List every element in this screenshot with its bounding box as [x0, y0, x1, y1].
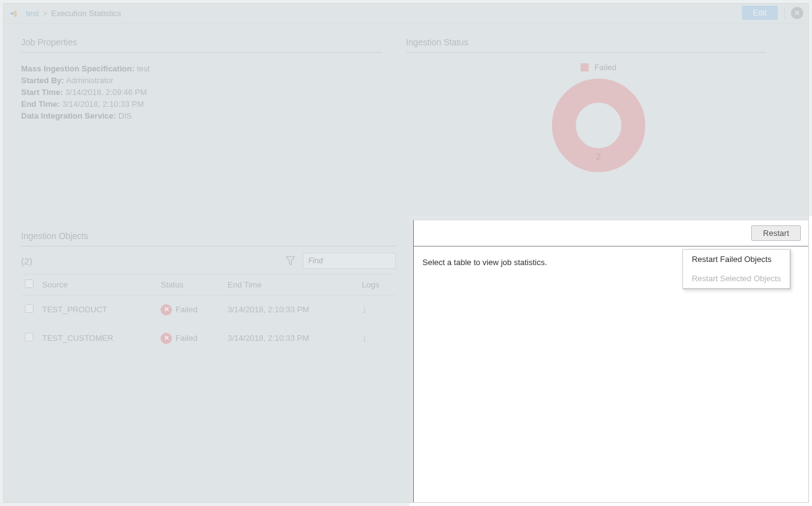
job-properties-panel: Job Properties Mass Ingestion Specificat… [21, 37, 406, 202]
download-log-icon[interactable]: ↓ [362, 303, 367, 315]
objects-toolbar: (2) [21, 253, 396, 269]
prop-end-time: End Time: 3/14/2018, 2:10:33 PM [21, 98, 406, 110]
legend-failed: Failed [406, 63, 792, 72]
ingestion-status-panel: Ingestion Status Failed 2 [406, 37, 792, 202]
restart-dropdown: Restart Failed Objects Restart Selected … [682, 249, 791, 289]
legend-failed-label: Failed [594, 63, 616, 72]
row-checkbox[interactable] [25, 304, 33, 313]
row-checkbox[interactable] [25, 333, 33, 341]
close-icon[interactable]: ✕ [791, 7, 803, 19]
find-input[interactable] [303, 253, 396, 269]
top-right-controls: Edit ✕ [742, 6, 803, 20]
ingestion-status-title: Ingestion Status [406, 37, 767, 53]
dropdown-restart-selected: Restart Selected Objects [683, 269, 790, 288]
donut-chart: 2 [549, 76, 648, 175]
prop-started-by: Started By: Administrator [21, 75, 406, 86]
col-source[interactable]: Source [38, 274, 157, 296]
svg-rect-1 [14, 13, 17, 14]
prop-end-time-value: 3/14/2018, 2:10:33 PM [62, 99, 144, 109]
status-badge: ✕ Failed [161, 304, 220, 315]
breadcrumb: test > Execution Statistics [10, 9, 121, 19]
objects-count: (2) [21, 256, 32, 266]
ingestion-objects-panel: Ingestion Objects (2) [4, 220, 413, 502]
prop-dis-label: Data Integration Service: [21, 111, 116, 120]
legend-swatch-icon [581, 63, 589, 71]
objects-table: Source Status End Time Logs TEST_PRODUCT [21, 274, 396, 353]
prop-spec-label: Mass Ingestion Specification: [21, 64, 135, 73]
donut-count: 2 [549, 151, 648, 161]
prop-start-time: Start Time: 3/14/2018, 2:09:46 PM [21, 86, 406, 98]
svg-point-3 [564, 91, 633, 160]
table-row[interactable]: TEST_CUSTOMER ✕ Failed 3/14/2018, 2:10:3… [21, 324, 396, 353]
download-log-icon[interactable]: ↓ [362, 332, 367, 344]
prop-end-time-label: End Time: [21, 99, 60, 109]
svg-rect-2 [14, 15, 17, 16]
top-separator [784, 6, 785, 20]
page-root: test > Execution Statistics Edit ✕ Job P… [3, 3, 809, 503]
cell-status: Failed [176, 333, 197, 343]
col-status[interactable]: Status [157, 274, 224, 296]
select-all-checkbox[interactable] [25, 279, 33, 288]
cell-source: TEST_CUSTOMER [38, 324, 157, 353]
filter-group [284, 253, 396, 269]
cell-end-time: 3/14/2018, 2:10:33 PM [224, 324, 359, 353]
ingestion-objects-title: Ingestion Objects [21, 231, 396, 246]
restart-button[interactable]: Restart [751, 225, 801, 241]
table-row[interactable]: TEST_PRODUCT ✕ Failed 3/14/2018, 2:10:33… [21, 296, 396, 324]
prop-start-time-value: 3/14/2018, 2:09:46 PM [65, 88, 147, 97]
summary-panels: Job Properties Mass Ingestion Specificat… [4, 24, 808, 216]
col-end-time[interactable]: End Time [224, 274, 359, 296]
top-bar: test > Execution Statistics Edit ✕ [4, 4, 808, 24]
status-badge: ✕ Failed [161, 333, 220, 344]
prop-started-by-label: Started By: [21, 76, 64, 85]
dropdown-restart-failed[interactable]: Restart Failed Objects [683, 250, 790, 269]
breadcrumb-link-test[interactable]: test [26, 9, 39, 18]
prop-started-by-value: Administrator [66, 76, 114, 85]
restart-toolbar: Restart [414, 220, 808, 246]
prop-start-time-label: Start Time: [21, 88, 63, 97]
fail-icon: ✕ [161, 333, 172, 344]
svg-rect-0 [14, 11, 17, 12]
edit-button[interactable]: Edit [742, 6, 778, 20]
prop-spec-value: test [136, 64, 149, 73]
prop-spec: Mass Ingestion Specification: test [21, 63, 406, 75]
breadcrumb-current: Execution Statistics [51, 9, 122, 18]
filter-icon[interactable] [284, 255, 297, 267]
prop-dis-value: DIS [118, 111, 132, 120]
col-logs[interactable]: Logs [358, 274, 396, 296]
cell-end-time: 3/14/2018, 2:10:33 PM [224, 296, 359, 324]
breadcrumb-separator: > [43, 9, 48, 18]
detail-panel: Restart Select a table to view job stati… [413, 220, 808, 502]
fail-icon: ✕ [161, 304, 172, 315]
lower-split: Ingestion Objects (2) [4, 220, 808, 502]
job-properties-title: Job Properties [21, 37, 381, 53]
table-header-row: Source Status End Time Logs [21, 274, 396, 296]
donut-chart-wrap: 2 [406, 76, 792, 175]
cell-status: Failed [176, 305, 197, 314]
ingestion-flow-icon [10, 9, 22, 19]
cell-source: TEST_PRODUCT [38, 296, 157, 324]
prop-dis: Data Integration Service: DIS [21, 110, 406, 122]
